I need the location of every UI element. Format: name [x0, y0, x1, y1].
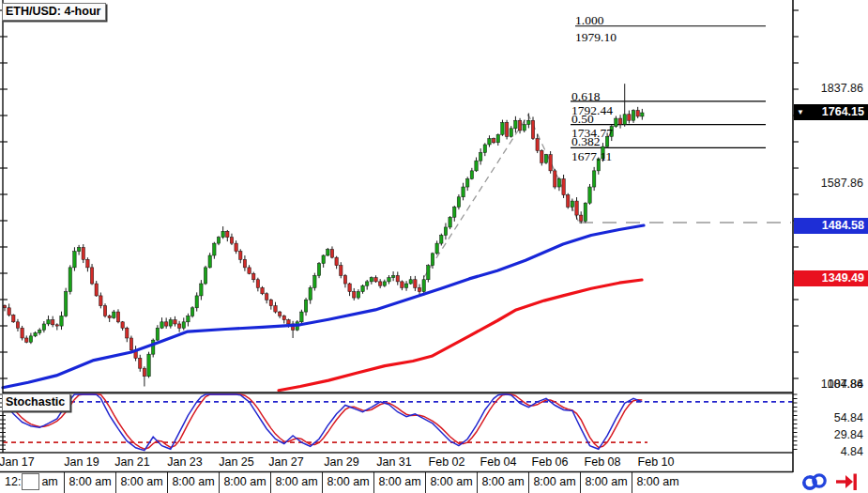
candle-up	[514, 120, 517, 129]
candle-up	[449, 217, 451, 227]
candle-down	[25, 338, 28, 342]
candle-down	[628, 115, 631, 120]
swing-zigzag-dashed-line	[424, 115, 579, 277]
candle-down	[636, 110, 639, 116]
candle-up	[588, 187, 591, 203]
candle-down	[164, 322, 167, 326]
candle-down	[340, 266, 343, 276]
candle-up	[64, 292, 67, 316]
candle-down	[269, 300, 272, 305]
candle-down	[575, 201, 578, 215]
candle-up	[592, 171, 595, 187]
candle-up	[304, 300, 307, 312]
candle-down	[3, 305, 6, 308]
candle-down	[239, 252, 242, 260]
time-axis-empty-box	[22, 473, 39, 490]
candle-up	[602, 146, 604, 159]
chart-window: 1.0001979.100.6181792.440.501734.770.382…	[0, 0, 868, 493]
candle-down	[396, 275, 399, 281]
candle-down	[330, 250, 333, 258]
candle-up	[38, 330, 41, 332]
candle-down	[554, 171, 556, 187]
candle-up	[391, 275, 394, 277]
candle-down	[348, 284, 351, 292]
candle-down	[418, 287, 420, 291]
chart-title-box: ETH/USD: 4-hour	[2, 3, 106, 21]
candle-up	[431, 254, 434, 266]
candle-down	[541, 150, 543, 162]
candle-up	[605, 136, 608, 146]
candle-up	[204, 268, 206, 284]
candle-down	[177, 324, 180, 328]
candle-up	[427, 266, 430, 280]
candle-up	[47, 320, 50, 324]
candle-up	[313, 275, 316, 287]
candle-down	[226, 231, 229, 237]
candle-up	[444, 227, 447, 236]
candle-up	[610, 127, 613, 137]
time-first-prefix: 12:	[5, 475, 21, 488]
time-cell-first: 12:am	[3, 472, 64, 493]
candle-up	[69, 268, 71, 292]
candle-down	[618, 118, 621, 124]
candle-up	[422, 280, 425, 292]
candle-down	[265, 294, 267, 300]
candle-up	[42, 324, 45, 330]
candle-down	[248, 268, 251, 273]
candle-up	[34, 332, 37, 335]
candle-up	[510, 129, 512, 137]
candle-up	[404, 284, 407, 287]
candle-up	[200, 284, 203, 296]
stochastic-panel-label: Stochastic	[6, 395, 65, 408]
price-chart-canvas[interactable]	[0, 0, 868, 493]
candle-down	[99, 296, 102, 306]
time-first-suffix: am	[41, 475, 57, 488]
candle-up	[496, 134, 499, 143]
candle-up	[156, 328, 159, 340]
candle-down	[492, 139, 495, 143]
candle-down	[343, 275, 346, 284]
candle-down	[139, 358, 142, 368]
candle-up	[483, 145, 486, 153]
candle-up	[623, 115, 626, 125]
candle-up	[327, 250, 329, 255]
candle-down	[12, 316, 15, 322]
candle-up	[365, 282, 368, 285]
link-icon[interactable]	[804, 475, 825, 488]
candle-up	[641, 113, 644, 116]
chart-title: ETH/USD: 4-hour	[6, 5, 100, 18]
candle-down	[116, 312, 119, 322]
candle-down	[335, 257, 338, 266]
candle-down	[274, 306, 277, 312]
candle-down	[549, 155, 552, 171]
candle-down	[174, 320, 176, 324]
candle-up	[160, 322, 163, 328]
candle-down	[353, 292, 356, 298]
candle-down	[567, 195, 570, 208]
stoch-panel-top-border	[3, 392, 793, 394]
candle-up	[488, 139, 491, 145]
candle-down	[95, 284, 98, 296]
candle-down	[282, 316, 285, 319]
candle-down	[103, 306, 106, 316]
candle-down	[579, 215, 582, 221]
export-to-bar-icon[interactable]	[836, 474, 857, 491]
candle-down	[108, 316, 111, 317]
stochastic-d-line	[5, 394, 642, 449]
candle-up	[453, 207, 456, 217]
candle-down	[505, 122, 508, 136]
candle-up	[409, 280, 412, 284]
candle-up	[77, 247, 80, 251]
candle-up	[388, 278, 390, 282]
candle-up	[317, 264, 320, 276]
candle-up	[221, 231, 224, 237]
candle-down	[536, 139, 539, 151]
candle-down	[243, 259, 246, 268]
stochastic-panel-label-box: Stochastic	[2, 393, 70, 411]
candle-up	[152, 340, 155, 354]
candle-down	[129, 338, 132, 350]
candle-up	[213, 243, 216, 255]
ma-slow-line	[279, 280, 642, 391]
candle-down	[401, 282, 404, 287]
candle-up	[300, 312, 303, 322]
